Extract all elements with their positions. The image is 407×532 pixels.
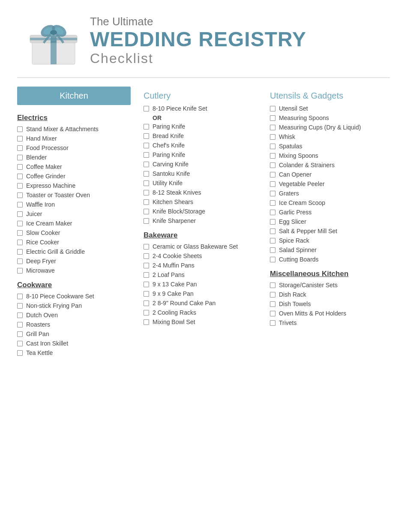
checkbox[interactable]: [270, 191, 275, 196]
checkbox[interactable]: [17, 211, 23, 217]
checkbox[interactable]: [270, 283, 275, 288]
list-item: Expresso Machine: [17, 182, 131, 189]
misc-kitchen-title: Miscellaneous Kitchen: [270, 270, 383, 278]
checkbox[interactable]: [270, 134, 275, 140]
kitchen-section-header: Kitchen: [17, 87, 131, 105]
list-item: Tea Kettle: [17, 349, 131, 356]
checkbox[interactable]: [17, 230, 23, 236]
checkbox[interactable]: [17, 322, 23, 328]
checkbox[interactable]: [270, 311, 275, 316]
header-line3: Checklist: [90, 51, 306, 66]
checkbox[interactable]: [270, 210, 275, 215]
list-item: Deep Fryer: [17, 258, 131, 264]
list-item: 2 8-9" Round Cake Pan: [144, 300, 257, 307]
checkbox[interactable]: [17, 126, 23, 132]
checkbox[interactable]: [17, 192, 23, 198]
checkbox[interactable]: [270, 153, 275, 159]
checkbox[interactable]: [17, 164, 23, 170]
checkbox[interactable]: [144, 152, 149, 158]
main-content: Kitchen Electrics Stand Mixer & Attachme…: [0, 78, 407, 367]
checkbox[interactable]: [144, 263, 149, 268]
list-item: Vegetable Peeler: [270, 180, 383, 187]
checkbox[interactable]: [144, 282, 149, 287]
checkbox[interactable]: [144, 190, 149, 195]
list-item: Microwave: [17, 267, 131, 274]
checkbox[interactable]: [17, 331, 23, 337]
checkbox[interactable]: [270, 125, 275, 130]
checkbox[interactable]: [144, 244, 149, 249]
checkbox[interactable]: [17, 145, 23, 151]
checkbox[interactable]: [270, 257, 275, 262]
checkbox[interactable]: [144, 162, 149, 167]
list-item: Paring Knife: [144, 123, 257, 130]
list-item: Waffle Iron: [17, 201, 131, 208]
list-item: Dish Rack: [270, 291, 383, 298]
checkbox[interactable]: [144, 124, 149, 129]
checkbox[interactable]: [144, 143, 149, 148]
checkbox[interactable]: [270, 106, 275, 111]
checkbox[interactable]: [17, 268, 23, 274]
misc-kitchen-list: Storage/Canister Sets Dish Rack Dish Tow…: [270, 282, 383, 326]
checkbox[interactable]: [144, 209, 149, 214]
list-item: Knife Sharpener: [144, 217, 257, 224]
checkbox[interactable]: [144, 180, 149, 186]
checkbox[interactable]: [17, 155, 23, 160]
svg-point-9: [50, 30, 57, 35]
checkbox[interactable]: [144, 291, 149, 297]
list-item: Rice Cooker: [17, 239, 131, 246]
checkbox[interactable]: [17, 240, 23, 245]
checkbox[interactable]: [270, 320, 275, 326]
checkbox[interactable]: [17, 258, 23, 264]
list-item: Graters: [270, 190, 383, 197]
checkbox[interactable]: [144, 199, 149, 205]
checkbox[interactable]: [144, 253, 149, 259]
checkbox[interactable]: [270, 292, 275, 298]
checkbox[interactable]: [17, 183, 23, 189]
checkbox[interactable]: [270, 247, 275, 253]
checkbox[interactable]: [17, 303, 23, 309]
checkbox[interactable]: [144, 319, 149, 325]
list-item: Measuring Spoons: [270, 114, 383, 121]
checkbox[interactable]: [144, 218, 149, 224]
list-item: Utility Knife: [144, 180, 257, 186]
checkbox[interactable]: [144, 133, 149, 139]
list-item: Food Processor: [17, 144, 131, 151]
checkbox[interactable]: [17, 341, 23, 346]
list-item: Juicer: [17, 210, 131, 217]
checkbox[interactable]: [17, 174, 23, 179]
checkbox[interactable]: [17, 202, 23, 207]
list-item: Dish Towels: [270, 301, 383, 307]
checkbox[interactable]: [270, 181, 275, 187]
checkbox[interactable]: [17, 221, 23, 226]
checkbox[interactable]: [144, 171, 149, 177]
list-item: Paring Knife: [144, 151, 257, 158]
checkbox[interactable]: [144, 310, 149, 316]
checkbox[interactable]: [17, 136, 23, 141]
checkbox[interactable]: [17, 313, 23, 318]
header-text: The Ultimate WEDDING REGISTRY Checklist: [90, 15, 306, 67]
checkbox[interactable]: [144, 301, 149, 306]
checkbox[interactable]: [270, 144, 275, 149]
checkbox[interactable]: [144, 272, 149, 278]
cookware-title: Cookware: [17, 281, 131, 289]
checkbox[interactable]: [270, 162, 275, 168]
checkbox[interactable]: [270, 172, 275, 177]
checkbox[interactable]: [17, 350, 23, 356]
svg-rect-4: [30, 38, 77, 40]
list-item: Salt & Pepper Mill Set: [270, 228, 383, 234]
list-item: Measuring Cups (Dry & Liquid): [270, 124, 383, 131]
list-item: 2 Cooling Racks: [144, 309, 257, 316]
checkbox[interactable]: [144, 106, 149, 111]
checkbox[interactable]: [17, 249, 23, 255]
list-item: 9 x 13 Cake Pan: [144, 281, 257, 288]
checkbox[interactable]: [270, 301, 275, 307]
checkbox[interactable]: [17, 294, 23, 299]
list-item: Blender: [17, 154, 131, 161]
checkbox[interactable]: [270, 200, 275, 206]
header-line2: WEDDING REGISTRY: [90, 28, 306, 51]
list-item: Whisk: [270, 133, 383, 140]
checkbox[interactable]: [270, 238, 275, 243]
checkbox[interactable]: [270, 219, 275, 225]
checkbox[interactable]: [270, 228, 275, 234]
checkbox[interactable]: [270, 115, 275, 121]
